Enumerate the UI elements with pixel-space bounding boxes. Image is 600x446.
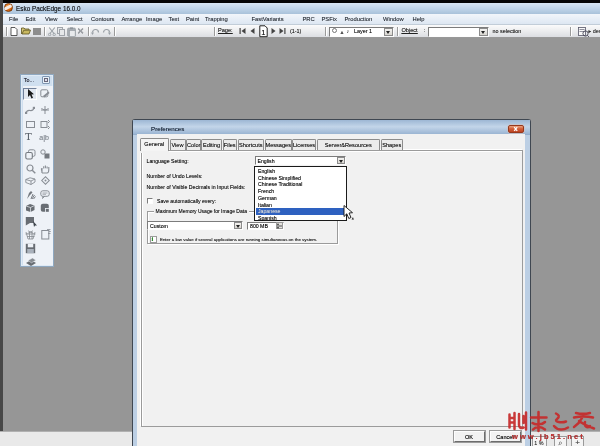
svg-text:1: 1	[261, 28, 265, 37]
